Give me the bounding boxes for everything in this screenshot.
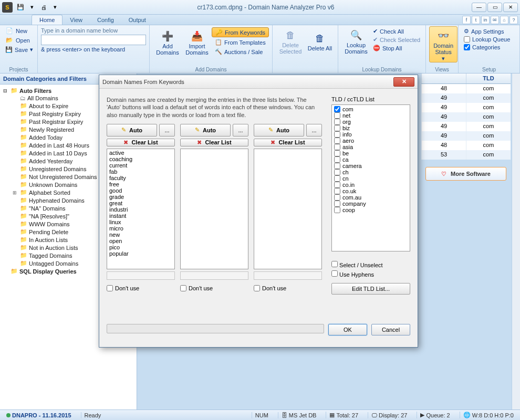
collapse-icon[interactable]: ⊟ <box>3 88 9 93</box>
list-item[interactable]: fab <box>108 169 174 175</box>
auto-button-1[interactable]: ✎Auto <box>107 124 157 136</box>
maximize-button[interactable]: ▭ <box>487 3 502 12</box>
dialog-titlebar[interactable]: Domain Names From Keywords ✕ <box>99 75 418 89</box>
table-row[interactable]: 49com <box>421 122 511 131</box>
vertical-scrollbar[interactable] <box>512 74 520 410</box>
list-item[interactable]: great <box>108 200 174 206</box>
tld-item[interactable]: ch <box>333 169 409 175</box>
tld-item[interactable]: asia <box>333 144 409 150</box>
list-item[interactable]: faculty <box>108 175 174 181</box>
keyword-list-1[interactable]: activecoachingcurrentfabfacultyfreegoodg… <box>107 149 175 269</box>
minimize-button[interactable]: — <box>472 3 486 12</box>
list-item[interactable]: industri <box>108 206 174 213</box>
list-item[interactable]: current <box>108 162 174 169</box>
browse-button-2[interactable]: ... <box>233 124 248 136</box>
new-button[interactable]: 📄New <box>3 26 34 35</box>
list-item[interactable]: linux <box>108 219 174 225</box>
table-row[interactable]: 48com <box>421 141 511 150</box>
tld-item[interactable]: ca <box>333 156 409 163</box>
tld-item[interactable]: co.in <box>333 182 409 188</box>
h-scrollbar[interactable] <box>254 271 322 280</box>
ok-button[interactable]: OK <box>328 324 367 335</box>
tld-item[interactable]: info <box>333 131 409 138</box>
categories-checkbox[interactable] <box>464 44 470 50</box>
auto-button-3[interactable]: ✎Auto <box>254 124 304 136</box>
print-icon[interactable]: 🖨 <box>39 3 48 12</box>
clear-button-2[interactable]: ✖Clear List <box>180 139 248 146</box>
categories-button[interactable]: Categories <box>462 44 516 51</box>
app-settings-button[interactable]: ⚙App Settings <box>462 27 516 35</box>
col-tld[interactable]: TLD <box>466 74 511 83</box>
table-row[interactable]: 49com <box>421 112 511 122</box>
from-templates-button[interactable]: 📋From Templates <box>212 38 269 47</box>
table-row[interactable]: 49com <box>421 131 511 141</box>
list-item[interactable]: good <box>108 187 174 194</box>
more-software-button[interactable]: ♡More Software <box>425 167 506 181</box>
list-item[interactable]: pico <box>108 244 174 250</box>
h-scrollbar[interactable] <box>180 271 248 280</box>
tab-output[interactable]: Output <box>121 15 153 25</box>
tab-config[interactable]: Config <box>90 15 121 25</box>
tab-home[interactable]: Home <box>32 15 63 25</box>
twitter-icon[interactable]: t <box>472 16 480 24</box>
help-icon[interactable]: ? <box>509 16 518 24</box>
list-item[interactable]: open <box>108 238 174 244</box>
tld-item[interactable]: be <box>333 150 409 156</box>
dialog-close-button[interactable]: ✕ <box>393 77 414 87</box>
close-button[interactable]: ✕ <box>503 3 518 12</box>
tab-view[interactable]: View <box>63 15 90 25</box>
tld-list[interactable]: comnetorgbizinfoaeroasiabecacamerachcnco… <box>331 104 410 251</box>
facebook-icon[interactable]: f <box>462 16 471 24</box>
auto-button-2[interactable]: ✎Auto <box>180 124 231 136</box>
tld-item[interactable]: com <box>333 106 409 112</box>
check-selected-button[interactable]: ✔Check Selected <box>371 36 422 44</box>
list-item[interactable]: micro <box>108 225 174 232</box>
tld-item[interactable]: coop <box>333 207 409 213</box>
qat-dropdown-icon[interactable]: ▾ <box>27 3 37 12</box>
h-scrollbar[interactable] <box>107 271 175 280</box>
tld-item[interactable]: camera <box>333 163 409 169</box>
dont-use-2[interactable]: Don't use <box>180 282 248 291</box>
expand-icon[interactable]: ⊞ <box>13 190 18 195</box>
check-all-button[interactable]: ✔Check All <box>371 27 422 35</box>
delete-selected-button[interactable]: 🗑Delete Selected <box>276 26 305 55</box>
queue-checkbox[interactable] <box>464 36 470 43</box>
tld-item[interactable]: aero <box>333 138 409 144</box>
list-item[interactable]: grade <box>108 194 174 200</box>
table-row[interactable]: 49com <box>421 93 511 103</box>
table-row[interactable]: 53com <box>421 150 511 160</box>
home-icon[interactable]: ⌂ <box>500 16 508 24</box>
auctions-button[interactable]: 🔨Auctions / Sale <box>212 47 269 56</box>
browse-button-1[interactable]: ... <box>159 124 175 136</box>
tld-item[interactable]: company <box>333 201 409 207</box>
import-domains-button[interactable]: 📥Import Domains <box>182 26 212 56</box>
tld-item[interactable]: cn <box>333 175 409 182</box>
list-item[interactable]: coaching <box>108 156 174 162</box>
select-unselect-checkbox[interactable]: Select / Unselect <box>331 261 410 268</box>
qat-dropdown2-icon[interactable]: ▾ <box>50 3 60 12</box>
tld-item[interactable]: biz <box>333 125 409 131</box>
stop-all-button[interactable]: ⛔Stop All <box>371 44 422 52</box>
list-item[interactable]: free <box>108 181 174 187</box>
open-button[interactable]: 📂Open <box>3 36 34 45</box>
domain-status-button[interactable]: 👓Domain Status▾ <box>429 26 457 62</box>
clear-button-1[interactable]: ✖Clear List <box>107 139 175 146</box>
list-item[interactable]: popular <box>108 250 174 257</box>
dont-use-3[interactable]: Don't use <box>254 282 322 291</box>
from-keywords-button[interactable]: 🔑From Keywords <box>212 27 269 37</box>
keyword-list-3[interactable] <box>254 149 322 269</box>
tld-item[interactable]: co.uk <box>333 188 409 194</box>
table-row[interactable]: 48com <box>421 84 511 93</box>
linkedin-icon[interactable]: in <box>481 16 490 24</box>
use-hyphens-checkbox[interactable]: Use Hyphens <box>331 270 410 278</box>
lookup-queue-button[interactable]: Lookup Queue <box>462 36 516 43</box>
lookup-domains-button[interactable]: 🔍Lookup Domains <box>341 26 371 55</box>
edit-tld-button[interactable]: Edit TLD List... <box>331 283 410 295</box>
dont-use-1[interactable]: Don't use <box>107 282 175 291</box>
clear-button-3[interactable]: ✖Clear List <box>254 139 322 146</box>
browse-button-3[interactable]: ... <box>306 124 322 136</box>
tld-item[interactable]: org <box>333 119 409 125</box>
domain-input[interactable] <box>41 35 146 45</box>
keyword-list-2[interactable] <box>180 149 248 269</box>
delete-all-button[interactable]: 🗑Delete All <box>305 26 335 55</box>
